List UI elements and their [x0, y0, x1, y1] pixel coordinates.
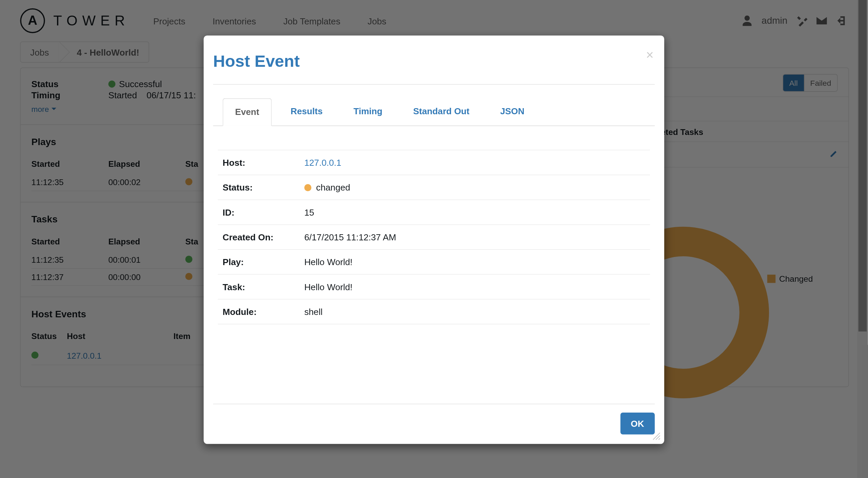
tab-timing[interactable]: Timing [342, 98, 394, 126]
modal-close-button[interactable]: × [646, 47, 653, 63]
tab-event[interactable]: Event [222, 98, 272, 126]
resize-handle[interactable] [652, 432, 660, 440]
detail-host-label: Host: [218, 157, 304, 167]
detail-created-label: Created On: [218, 232, 304, 242]
tab-json[interactable]: JSON [488, 98, 536, 126]
resize-icon [652, 432, 660, 440]
ok-button[interactable]: OK [620, 413, 655, 435]
detail-play-value: Hello World! [304, 257, 352, 267]
detail-status-value: changed [316, 182, 350, 193]
modal-title: Host Event [213, 52, 655, 85]
detail-id-label: ID: [218, 207, 304, 217]
detail-host-value[interactable]: 127.0.0.1 [304, 157, 341, 167]
detail-play-label: Play: [218, 257, 304, 267]
event-details: Host: 127.0.0.1 Status: changed ID: 15 C… [213, 150, 655, 324]
detail-task-value: Hello World! [304, 282, 352, 292]
status-dot-icon [304, 184, 311, 191]
tab-standard-out[interactable]: Standard Out [401, 98, 481, 126]
detail-task-label: Task: [218, 282, 304, 292]
modal-footer: OK [213, 404, 655, 435]
detail-module-label: Module: [218, 306, 304, 317]
detail-id-value: 15 [304, 207, 314, 217]
detail-module-value: shell [304, 306, 322, 317]
detail-status-label: Status: [218, 182, 304, 193]
host-event-modal: × Host Event Event Results Timing Standa… [204, 36, 664, 444]
modal-tabs: Event Results Timing Standard Out JSON [222, 98, 655, 125]
tab-results[interactable]: Results [279, 98, 334, 126]
detail-created-value: 6/17/2015 11:12:37 AM [304, 232, 396, 242]
